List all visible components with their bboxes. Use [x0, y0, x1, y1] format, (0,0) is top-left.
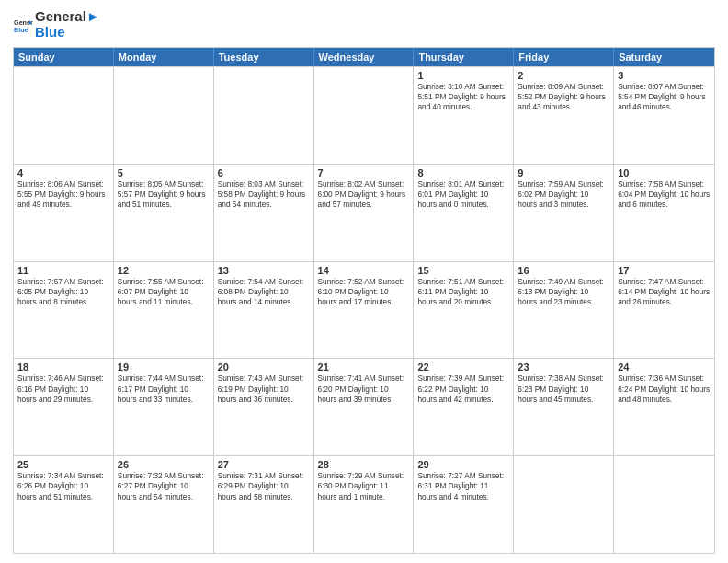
calendar-row: 18Sunrise: 7:46 AM Sunset: 6:16 PM Dayli… [14, 358, 714, 455]
cell-info: Sunrise: 7:27 AM Sunset: 6:31 PM Dayligh… [417, 471, 509, 502]
calendar-cell: 20Sunrise: 7:43 AM Sunset: 6:19 PM Dayli… [214, 359, 314, 455]
calendar-body: 1Sunrise: 8:10 AM Sunset: 5:51 PM Daylig… [14, 66, 714, 553]
cell-info: Sunrise: 8:06 AM Sunset: 5:55 PM Dayligh… [17, 179, 109, 211]
cell-info: Sunrise: 8:03 AM Sunset: 5:58 PM Dayligh… [218, 179, 310, 211]
logo: General Blue General► Blue [13, 9, 100, 40]
cell-info: Sunrise: 7:51 AM Sunset: 6:11 PM Dayligh… [417, 277, 509, 308]
calendar-cell: 9Sunrise: 7:59 AM Sunset: 6:02 PM Daylig… [514, 165, 614, 261]
header-cell-thursday: Thursday [414, 48, 514, 66]
day-number: 1 [417, 70, 509, 81]
calendar-row: 25Sunrise: 7:34 AM Sunset: 6:26 PM Dayli… [14, 455, 714, 553]
calendar-cell [14, 67, 114, 164]
cell-info: Sunrise: 7:31 AM Sunset: 6:29 PM Dayligh… [218, 471, 310, 502]
logo-text: General► Blue [35, 9, 100, 40]
day-number: 2 [518, 70, 609, 81]
day-number: 6 [218, 167, 310, 178]
header-cell-tuesday: Tuesday [214, 48, 314, 66]
calendar-cell: 19Sunrise: 7:44 AM Sunset: 6:17 PM Dayli… [114, 359, 214, 455]
day-number: 15 [417, 265, 509, 276]
cell-info: Sunrise: 8:07 AM Sunset: 5:54 PM Dayligh… [618, 82, 711, 113]
calendar-cell: 18Sunrise: 7:46 AM Sunset: 6:16 PM Dayli… [14, 359, 114, 455]
cell-info: Sunrise: 7:34 AM Sunset: 6:26 PM Dayligh… [17, 471, 109, 502]
cell-info: Sunrise: 7:54 AM Sunset: 6:08 PM Dayligh… [218, 277, 310, 308]
cell-info: Sunrise: 7:32 AM Sunset: 6:27 PM Dayligh… [118, 471, 210, 502]
day-number: 25 [17, 459, 109, 470]
day-number: 8 [417, 167, 509, 178]
cell-info: Sunrise: 7:41 AM Sunset: 6:20 PM Dayligh… [318, 373, 410, 405]
day-number: 26 [118, 459, 210, 470]
day-number: 28 [318, 459, 410, 470]
cell-info: Sunrise: 7:43 AM Sunset: 6:19 PM Dayligh… [218, 373, 310, 405]
calendar-cell: 24Sunrise: 7:36 AM Sunset: 6:24 PM Dayli… [614, 359, 714, 455]
calendar-row: 1Sunrise: 8:10 AM Sunset: 5:51 PM Daylig… [14, 66, 714, 164]
calendar-cell: 26Sunrise: 7:32 AM Sunset: 6:27 PM Dayli… [114, 456, 214, 553]
cell-info: Sunrise: 7:44 AM Sunset: 6:17 PM Dayligh… [118, 373, 210, 405]
day-number: 29 [417, 459, 509, 470]
calendar-cell: 4Sunrise: 8:06 AM Sunset: 5:55 PM Daylig… [14, 165, 114, 261]
calendar-cell [214, 67, 314, 164]
calendar-cell: 22Sunrise: 7:39 AM Sunset: 6:22 PM Dayli… [414, 359, 514, 455]
logo-icon: General Blue [13, 15, 33, 35]
calendar-cell [114, 67, 214, 164]
calendar-row: 11Sunrise: 7:57 AM Sunset: 6:05 PM Dayli… [14, 261, 714, 359]
calendar-cell: 25Sunrise: 7:34 AM Sunset: 6:26 PM Dayli… [14, 456, 114, 553]
svg-text:Blue: Blue [14, 26, 28, 33]
header-cell-wednesday: Wednesday [314, 48, 415, 66]
calendar-row: 4Sunrise: 8:06 AM Sunset: 5:55 PM Daylig… [14, 164, 714, 261]
cell-info: Sunrise: 7:38 AM Sunset: 6:23 PM Dayligh… [518, 373, 609, 405]
cell-info: Sunrise: 7:49 AM Sunset: 6:13 PM Dayligh… [518, 277, 609, 308]
day-number: 13 [218, 265, 310, 276]
calendar-cell: 1Sunrise: 8:10 AM Sunset: 5:51 PM Daylig… [414, 67, 514, 164]
calendar-cell: 8Sunrise: 8:01 AM Sunset: 6:01 PM Daylig… [414, 165, 514, 261]
day-number: 14 [318, 265, 410, 276]
cell-info: Sunrise: 7:46 AM Sunset: 6:16 PM Dayligh… [17, 373, 109, 405]
day-number: 18 [17, 362, 109, 373]
header-cell-sunday: Sunday [14, 48, 114, 66]
day-number: 7 [318, 167, 410, 178]
cell-info: Sunrise: 8:05 AM Sunset: 5:57 PM Dayligh… [118, 179, 210, 211]
cell-info: Sunrise: 7:52 AM Sunset: 6:10 PM Dayligh… [318, 277, 410, 308]
cell-info: Sunrise: 7:47 AM Sunset: 6:14 PM Dayligh… [618, 277, 711, 308]
cell-info: Sunrise: 8:01 AM Sunset: 6:01 PM Dayligh… [417, 179, 509, 211]
header: General Blue General► Blue [13, 9, 715, 40]
day-number: 9 [518, 167, 609, 178]
day-number: 12 [118, 265, 210, 276]
cell-info: Sunrise: 8:09 AM Sunset: 5:52 PM Dayligh… [518, 82, 609, 113]
calendar-cell: 16Sunrise: 7:49 AM Sunset: 6:13 PM Dayli… [514, 262, 614, 359]
day-number: 19 [118, 362, 210, 373]
day-number: 24 [618, 362, 711, 373]
calendar-cell: 21Sunrise: 7:41 AM Sunset: 6:20 PM Dayli… [314, 359, 415, 455]
calendar-cell: 10Sunrise: 7:58 AM Sunset: 6:04 PM Dayli… [614, 165, 714, 261]
calendar-cell: 12Sunrise: 7:55 AM Sunset: 6:07 PM Dayli… [114, 262, 214, 359]
cell-info: Sunrise: 7:59 AM Sunset: 6:02 PM Dayligh… [518, 179, 609, 211]
calendar-cell: 3Sunrise: 8:07 AM Sunset: 5:54 PM Daylig… [614, 67, 714, 164]
calendar-cell [614, 456, 714, 553]
header-cell-monday: Monday [114, 48, 214, 66]
calendar-cell: 23Sunrise: 7:38 AM Sunset: 6:23 PM Dayli… [514, 359, 614, 455]
day-number: 16 [518, 265, 609, 276]
calendar-cell: 13Sunrise: 7:54 AM Sunset: 6:08 PM Dayli… [214, 262, 314, 359]
calendar-cell [514, 456, 614, 553]
day-number: 4 [17, 167, 109, 178]
calendar-cell: 14Sunrise: 7:52 AM Sunset: 6:10 PM Dayli… [314, 262, 415, 359]
page: General Blue General► Blue SundayMondayT… [0, 0, 728, 563]
calendar-cell: 2Sunrise: 8:09 AM Sunset: 5:52 PM Daylig… [514, 67, 614, 164]
cell-info: Sunrise: 7:58 AM Sunset: 6:04 PM Dayligh… [618, 179, 711, 211]
day-number: 11 [17, 265, 109, 276]
cell-info: Sunrise: 7:29 AM Sunset: 6:30 PM Dayligh… [318, 471, 410, 502]
day-number: 20 [218, 362, 310, 373]
day-number: 17 [618, 265, 711, 276]
day-number: 3 [618, 70, 711, 81]
cell-info: Sunrise: 8:02 AM Sunset: 6:00 PM Dayligh… [318, 179, 410, 211]
day-number: 27 [218, 459, 310, 470]
day-number: 23 [518, 362, 609, 373]
calendar-cell [314, 67, 415, 164]
cell-info: Sunrise: 7:36 AM Sunset: 6:24 PM Dayligh… [618, 373, 711, 405]
calendar-cell: 28Sunrise: 7:29 AM Sunset: 6:30 PM Dayli… [314, 456, 415, 553]
day-number: 5 [118, 167, 210, 178]
calendar-cell: 6Sunrise: 8:03 AM Sunset: 5:58 PM Daylig… [214, 165, 314, 261]
calendar-cell: 5Sunrise: 8:05 AM Sunset: 5:57 PM Daylig… [114, 165, 214, 261]
day-number: 10 [618, 167, 711, 178]
calendar-cell: 15Sunrise: 7:51 AM Sunset: 6:11 PM Dayli… [414, 262, 514, 359]
cell-info: Sunrise: 7:39 AM Sunset: 6:22 PM Dayligh… [417, 373, 509, 405]
